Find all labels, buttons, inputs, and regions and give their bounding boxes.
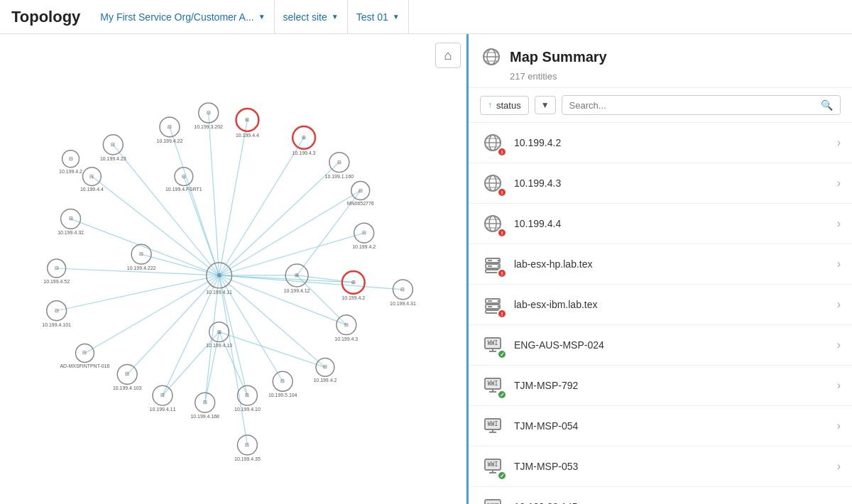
svg-line-25 (219, 275, 248, 445)
entity-icon: WWI (480, 413, 506, 439)
status-badge: ! (497, 268, 507, 278)
sort-status-button[interactable]: ↑ status (480, 96, 529, 115)
filter-row: ↑ status ▼ 🔍 (469, 88, 852, 123)
svg-text:10.199.4.3: 10.199.4.3 (293, 150, 316, 155)
entity-icon: ! (480, 292, 506, 317)
svg-line-15 (127, 275, 219, 374)
svg-text:10.199.3.202: 10.199.3.202 (194, 124, 223, 129)
sort-chevron-button[interactable]: ▼ (535, 96, 556, 114)
test-chevron-icon: ▼ (393, 13, 400, 21)
svg-text:⊟: ⊟ (400, 287, 405, 292)
svg-text:WWI: WWI (488, 421, 498, 427)
svg-text:10.199.4.11: 10.199.4.11 (206, 290, 232, 295)
test-dropdown[interactable]: Test 01 ▼ (348, 0, 409, 34)
svg-text:10.199.4.2: 10.199.4.2 (352, 244, 376, 249)
status-badge: ! (497, 187, 507, 197)
svg-text:10.199.4.23: 10.199.4.23 (100, 156, 126, 161)
entity-chevron-icon: › (837, 217, 841, 230)
svg-text:AD-MXSFINTPNT-016: AD-MXSFINTPNT-016 (60, 363, 109, 368)
svg-text:10.199.4.12: 10.199.4.12 (284, 288, 310, 293)
entity-icon: ! (480, 251, 506, 277)
svg-text:10.199.5.104: 10.199.5.104 (268, 393, 297, 398)
svg-line-5 (219, 163, 339, 275)
svg-text:⊟: ⊟ (182, 174, 186, 179)
list-item[interactable]: ! lab-esx-ibm.lab.tex › (469, 285, 852, 325)
entity-list: ! 10.199.4.2 › ! 10.199.4.3 › (469, 123, 852, 504)
topology-panel: ⊞ 10.199.4.11 ⊞ 10.199.4.12 ⊞ 10.199.4.1… (0, 34, 469, 504)
status-badge: ✓ (497, 390, 507, 400)
svg-text:10.199.4.2: 10.199.4.2 (342, 295, 365, 300)
search-box: 🔍 (562, 95, 841, 115)
svg-line-16 (84, 275, 219, 354)
search-icon: 🔍 (821, 99, 833, 111)
list-item[interactable]: WWI TJM-MSP-054 › (469, 406, 852, 447)
entity-icon: WWI ✓ (480, 332, 506, 358)
svg-text:10.199.4.11: 10.199.4.11 (150, 407, 176, 412)
entity-name: TJM-MSP-053 (514, 461, 829, 472)
list-item[interactable]: ! 10.199.4.2 › (469, 123, 852, 163)
svg-text:WWI: WWI (488, 340, 498, 346)
entity-chevron-icon: › (837, 379, 841, 392)
entity-name: lab-esx-hp.lab.tex (514, 258, 829, 270)
svg-text:⊟: ⊟ (69, 156, 73, 161)
list-item[interactable]: ! 10.199.4.3 › (469, 163, 852, 204)
svg-text:⊞: ⊞ (295, 273, 299, 278)
svg-text:⊟: ⊟ (245, 442, 249, 447)
entity-chevron-icon: › (837, 177, 841, 190)
list-item[interactable]: ICMP ✓ 10.199.30.145 › (469, 487, 852, 504)
topology-canvas[interactable]: ⊞ 10.199.4.11 ⊞ 10.199.4.12 ⊞ 10.199.4.1… (0, 34, 466, 504)
svg-text:⊟: ⊟ (139, 251, 143, 256)
entity-chevron-icon: › (837, 136, 841, 149)
svg-text:⊟: ⊟ (89, 174, 94, 179)
svg-line-31 (219, 332, 248, 396)
svg-text:⊟: ⊟ (337, 160, 342, 165)
svg-text:MN0652776: MN0652776 (347, 201, 374, 206)
entity-name: TJM-MSP-792 (514, 380, 829, 391)
svg-text:10.199.4.2: 10.199.4.2 (59, 169, 82, 174)
map-summary-icon (480, 45, 503, 68)
list-item[interactable]: WWI ✓ TJM-MSP-053 › (469, 447, 852, 487)
list-item[interactable]: WWI ✓ ENG-AUS-MSP-024 › (469, 325, 852, 366)
site-chevron-icon: ▼ (332, 13, 339, 21)
page-title: Topology (11, 8, 80, 26)
svg-text:10.199.4.103: 10.199.4.103 (113, 385, 142, 390)
svg-text:⊞: ⊞ (302, 135, 306, 140)
list-item[interactable]: ! 10.199.4.4 › (469, 204, 852, 244)
org-dropdown[interactable]: My First Service Org/Customer A... ▼ (92, 0, 274, 34)
entity-chevron-icon: › (837, 420, 841, 432)
home-button[interactable]: ⌂ (435, 43, 461, 68)
svg-text:⊞: ⊞ (217, 329, 222, 334)
svg-text:10.199.4.10: 10.199.4.10 (234, 407, 261, 412)
svg-text:⊟: ⊟ (203, 400, 207, 405)
svg-rect-146 (488, 265, 492, 267)
svg-text:⊞: ⊞ (217, 273, 222, 278)
entity-name: 10.199.30.145 (514, 501, 829, 504)
svg-text:10.199.4.13: 10.199.4.13 (206, 343, 232, 348)
status-badge: ! (497, 228, 507, 238)
svg-line-32 (219, 332, 325, 368)
search-input[interactable] (569, 100, 816, 111)
svg-line-17 (57, 275, 219, 311)
svg-text:10.199.4.4: 10.199.4.4 (236, 133, 259, 138)
entity-icon: WWI ✓ (480, 373, 506, 398)
entity-chevron-icon: › (837, 460, 841, 473)
entity-name: ENG-AUS-MSP-024 (514, 339, 829, 351)
entity-name: 10.199.4.2 (514, 137, 829, 148)
entity-icon: ! (480, 130, 506, 155)
svg-line-6 (219, 191, 361, 275)
entity-chevron-icon: › (837, 298, 841, 311)
svg-text:⊞: ⊞ (245, 117, 249, 122)
svg-text:WWI: WWI (488, 380, 498, 387)
svg-line-30 (163, 332, 219, 396)
svg-line-0 (113, 145, 219, 275)
list-item[interactable]: WWI ✓ TJM-MSP-792 › (469, 366, 852, 406)
svg-rect-153 (488, 306, 492, 307)
svg-point-150 (498, 300, 500, 302)
list-item[interactable]: ! lab-esx-hp.lab.tex › (469, 244, 852, 285)
site-dropdown[interactable]: select site ▼ (275, 0, 348, 34)
entity-name: TJM-MSP-054 (514, 420, 829, 432)
svg-rect-152 (488, 300, 492, 302)
svg-text:⊟: ⊟ (160, 393, 165, 398)
entity-chevron-icon: › (837, 500, 841, 504)
entity-name: 10.199.4.4 (514, 218, 829, 229)
